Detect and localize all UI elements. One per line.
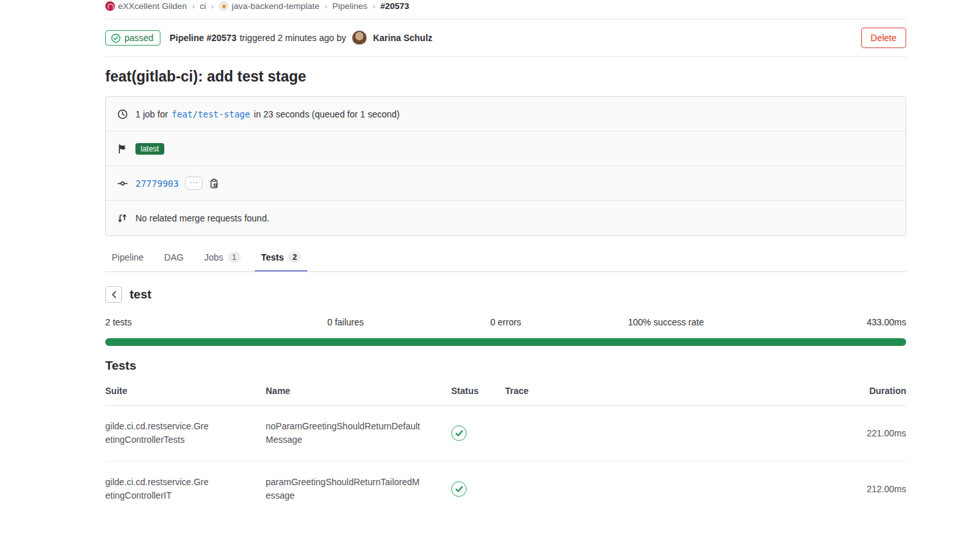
summary-total-tests: 2 tests [105,317,266,327]
group-avatar-icon [105,1,115,11]
clipboard-icon [209,178,219,189]
col-header-duration: Duration [829,379,906,405]
col-header-name: Name [266,379,451,405]
breadcrumb-separator: › [192,2,194,11]
tab-pipeline[interactable]: Pipeline [105,245,150,271]
col-header-suite: Suite [105,379,266,405]
test-trace-cell [505,475,829,503]
breadcrumb: eXXcellent Gilden › ci › java-backend-te… [105,0,906,11]
breadcrumb-subgroup-label: ci [200,1,206,11]
latest-badge: latest [135,143,164,155]
pipeline-status-row: passed Pipeline #20573 triggered 2 minut… [105,19,906,57]
col-header-status: Status [451,379,505,405]
ref-link[interactable]: feat/test-stage [172,109,250,119]
pipeline-tabs: Pipeline DAG Jobs 1 Tests 2 [105,245,906,272]
job-duration-text: in 23 seconds (queued for 1 second) [254,109,400,119]
merge-requests-row: No related merge requests found. [106,201,906,236]
pipeline-status-badge[interactable]: passed [105,30,160,46]
test-duration-cell: 212.00ms [829,470,906,508]
back-button[interactable] [105,286,122,303]
tab-tests-label: Tests [261,252,284,262]
test-row: gilde.ci.cd.restservice.GreetingControll… [105,406,906,461]
no-merge-requests-text: No related merge requests found. [135,213,270,223]
col-header-trace: Trace [505,379,829,405]
author-name-link[interactable]: Karina Schulz [373,33,433,43]
breadcrumb-separator: › [372,2,375,11]
commit-icon [117,178,128,189]
pipeline-id-label: Pipeline #20573 [169,33,236,43]
commit-sha-link[interactable]: 27779903 [135,178,178,189]
tab-tests-count-badge: 2 [288,252,301,263]
pipeline-info-card: 1 job for feat/test-stage in 23 seconds … [105,96,906,236]
copy-sha-button[interactable] [209,178,219,189]
breadcrumb-pipeline-id: #20573 [380,1,409,11]
breadcrumb-project-link[interactable]: java-backend-template [219,1,320,11]
tests-section-heading: Tests [105,359,906,373]
test-suite-cell: gilde.ci.cd.restservice.GreetingControll… [105,461,213,517]
clock-icon [117,109,128,119]
status-badge-label: passed [125,33,153,43]
test-name-cell: paramGreetingShouldReturnTailoredMessage [266,461,423,517]
breadcrumb-group-link[interactable]: eXXcellent Gilden [105,1,187,11]
test-suite-cell: gilde.ci.cd.restservice.GreetingControll… [105,406,213,461]
commit-title: feat(gitlab-ci): add test stage [105,68,906,85]
project-avatar-icon [219,1,228,11]
test-duration-cell: 221.00ms [829,414,906,452]
tab-pipeline-label: Pipeline [112,252,144,262]
check-circle-icon [111,33,121,43]
test-trace-cell [505,419,829,447]
tests-table-header: Suite Name Status Trace Duration [105,379,906,406]
success-progress-bar [105,338,906,346]
commit-row: 27779903 ··· [106,166,906,201]
breadcrumb-group-label: eXXcellent Gilden [118,1,187,11]
triggered-text: triggered 2 minutes ago by [239,33,346,43]
tab-dag-label: DAG [164,252,184,262]
suite-header: test [105,286,906,303]
chevron-left-icon [111,291,117,298]
flag-icon [117,144,128,154]
delete-pipeline-button[interactable]: Delete [861,28,906,48]
expand-commit-button[interactable]: ··· [185,176,203,190]
breadcrumb-subgroup-link[interactable]: ci [200,1,206,11]
test-name-cell: noParamGreetingShouldReturnDefaultMessag… [266,406,423,461]
summary-success-rate: 100% success rate [586,317,746,327]
breadcrumb-pipelines-label: Pipelines [332,1,368,11]
tab-tests[interactable]: Tests 2 [255,245,308,271]
breadcrumb-project-label: java-backend-template [232,1,320,11]
breadcrumb-pipelines-link[interactable]: Pipelines [332,1,368,11]
summary-duration: 433.00ms [746,317,906,327]
suite-name: test [130,288,151,302]
tab-jobs-count-badge: 1 [228,252,241,263]
tab-jobs[interactable]: Jobs 1 [198,245,247,271]
latest-badge-row: latest [106,132,906,166]
compare-arrows-icon [117,213,128,223]
job-summary-row: 1 job for feat/test-stage in 23 seconds … [106,97,906,132]
test-row: gilde.ci.cd.restservice.GreetingControll… [105,461,906,517]
author-avatar[interactable] [352,30,367,46]
tab-jobs-label: Jobs [204,252,223,262]
test-passed-icon [451,481,467,497]
breadcrumb-separator: › [325,2,327,11]
test-summary: 2 tests 0 failures 0 errors 100% success… [105,317,906,327]
breadcrumb-separator: › [211,2,214,11]
summary-failures: 0 failures [266,317,426,327]
test-passed-icon [451,425,467,441]
tab-dag[interactable]: DAG [158,245,190,271]
summary-errors: 0 errors [426,317,586,327]
tests-table: Suite Name Status Trace Duration gilde.c… [105,379,906,517]
job-count-text: 1 job for [135,109,168,119]
